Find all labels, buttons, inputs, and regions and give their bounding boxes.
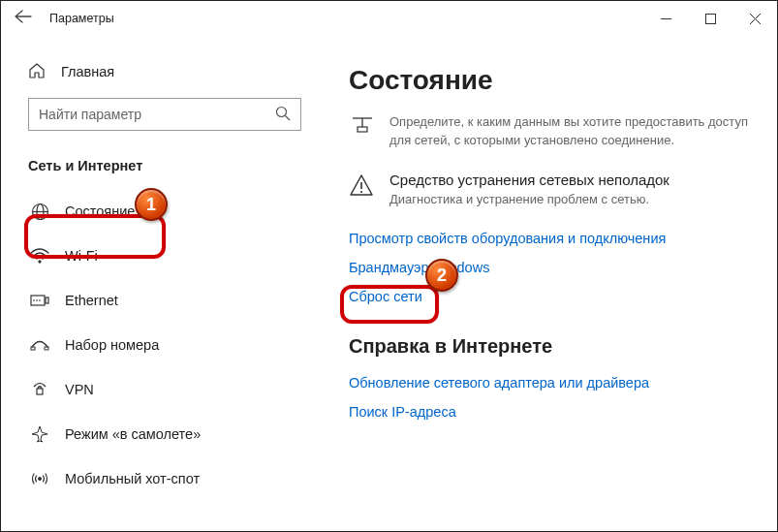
troubleshoot-row: Средство устранения сетевых неполадок Ди… [349,172,748,209]
troubleshoot-description: Диагностика и устранение проблем с сетью… [389,191,669,209]
sidebar-item-label: VPN [65,382,94,397]
svg-rect-17 [37,389,43,394]
svg-point-9 [39,261,41,263]
sidebar-home-label: Главная [61,64,114,79]
svg-rect-11 [46,297,48,303]
sidebar-item-label: Мобильный хот-спот [65,471,200,486]
home-icon [28,62,46,82]
maximize-button[interactable] [688,1,732,36]
link-network-reset[interactable]: Сброс сети [349,289,748,304]
search-input[interactable]: Найти параметр [28,98,301,131]
minimize-button[interactable] [643,1,688,36]
close-button[interactable] [732,1,777,36]
sidebar-item-status[interactable]: Состояние [28,189,316,234]
sidebar-item-label: Wi-Fi [65,248,98,264]
svg-rect-10 [31,296,45,305]
titlebar: Параметры [1,1,777,36]
wifi-icon [30,246,49,266]
network-status-icon [349,113,376,137]
sidebar-item-wifi[interactable]: Wi-Fi [28,234,316,278]
svg-point-18 [39,478,42,481]
svg-rect-1 [705,14,715,23]
svg-point-23 [360,191,362,193]
dialup-icon [30,335,49,355]
settings-window: Параметры Главная Найти параметр Сеть [0,0,778,532]
page-title: Состояние [349,65,748,96]
hotspot-icon [30,469,49,488]
main-content: Состояние Определите, к каким данным вы … [316,36,777,532]
warning-icon [349,172,376,201]
globe-icon [30,202,49,221]
intro-row: Определите, к каким данным вы хотите пре… [349,113,748,150]
sidebar-item-label: Ethernet [65,293,118,308]
link-update-adapter[interactable]: Обновление сетевого адаптера или драйвер… [349,375,748,391]
link-view-properties[interactable]: Просмотр свойств оборудования и подключе… [349,231,748,246]
airplane-icon [30,424,49,444]
sidebar-item-ethernet[interactable]: Ethernet [28,278,316,323]
link-firewall[interactable]: Брандмауэр Windows [349,260,748,275]
help-heading: Справка в Интернете [349,335,748,358]
sidebar-item-hotspot[interactable]: Мобильный хот-спот [28,456,316,501]
sidebar-item-vpn[interactable]: VPN [28,367,316,412]
svg-rect-21 [358,127,367,132]
svg-rect-16 [45,347,48,350]
back-button[interactable] [15,10,32,27]
window-title: Параметры [49,12,114,25]
intro-description: Определите, к каким данным вы хотите пре… [389,113,748,150]
sidebar-heading: Сеть и Интернет [28,158,316,173]
link-find-ip[interactable]: Поиск IP-адреса [349,404,748,420]
sidebar-item-dialup[interactable]: Набор номера [28,323,316,367]
search-icon [275,106,291,124]
search-placeholder: Найти параметр [39,107,141,122]
svg-line-5 [286,115,291,120]
sidebar-item-label: Состояние [65,203,135,219]
sidebar-item-label: Режим «в самолете» [65,426,201,442]
vpn-icon [30,380,49,399]
svg-point-4 [277,107,287,116]
sidebar-item-label: Набор номера [65,337,159,353]
sidebar: Главная Найти параметр Сеть и Интернет С… [1,36,316,532]
svg-rect-15 [31,347,35,350]
ethernet-icon [30,291,49,310]
troubleshoot-title: Средство устранения сетевых неполадок [389,172,669,188]
sidebar-item-airplane[interactable]: Режим «в самолете» [28,412,316,456]
sidebar-home[interactable]: Главная [28,53,316,90]
